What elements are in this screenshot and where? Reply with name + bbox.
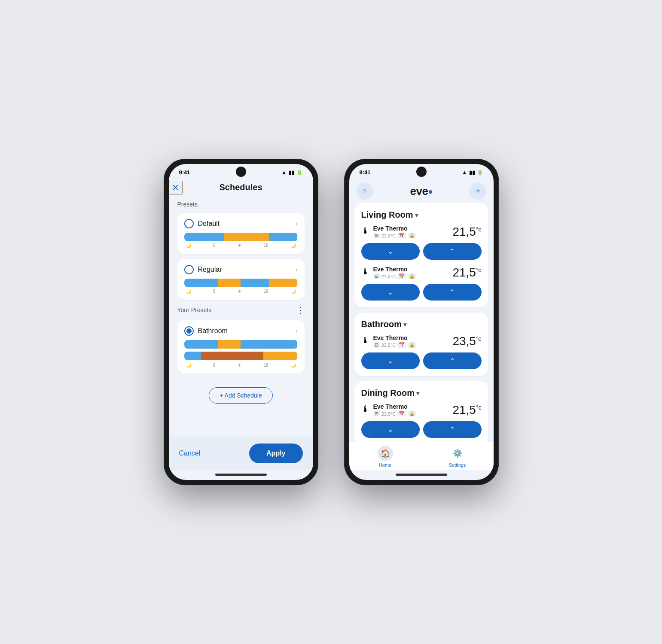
device-temp-4: 21,5°c [452,403,481,417]
temp-set-icon-1: ⊡ [373,233,380,238]
living-room-caret[interactable]: ▾ [415,212,418,219]
bar-default [184,233,298,241]
preset-name-regular: Regular [198,266,222,273]
home-nav-icon: ⌂ [363,187,367,195]
device-sub-3: ⊡ 23,5°C 📅 🔒 [373,342,417,348]
eve-header: ⌂ eve + [349,177,494,203]
time-right: 9:41 [360,169,371,176]
apply-button[interactable]: Apply [249,444,302,463]
preset-name-default: Default [198,220,220,228]
device-name-1: Eve Thermo [373,225,417,232]
signal-icon: ▮▮ [289,170,295,176]
temp-set-icon-2: ⊡ [373,273,380,279]
temp-set-icon-3: ⊡ [373,342,380,348]
bathroom-caret[interactable]: ▾ [403,321,406,328]
radio-default[interactable] [184,219,194,228]
tab-home-icon: 🏠 [381,449,390,458]
eve-content: Living Room ▾ 🌡 Eve Thermo ⊡ 21,0°C 📅 [349,203,494,442]
your-presets-label: Your Presets [177,307,212,313]
schedules-title: Schedules [219,182,262,192]
battery-icon-right: 🔋 [477,170,483,176]
increase-btn-1[interactable]: ⌃ [423,243,482,260]
room-card-living-room: Living Room ▾ 🌡 Eve Thermo ⊡ 21,0°C 📅 [354,203,488,307]
schedule-bar-default [184,233,298,241]
device-row-thermo-2: 🌡 Eve Thermo ⊡ 21,0°C 📅 🔒 21, [361,266,482,279]
wifi-icon: ▲ [281,169,287,176]
tab-settings-icon: ⚙️ [453,449,462,458]
ticks-default: 🌙 6 ☀ 18 🌙 [184,243,298,248]
close-button[interactable]: ✕ [169,181,183,194]
living-room-title: Living Room ▾ [361,210,482,220]
schedules-screen: Presets Default › [169,199,313,437]
schedule-icon-4: 📅 [397,411,406,416]
device-info-2: Eve Thermo ⊡ 21,0°C 📅 🔒 [373,266,417,279]
decrease-btn-2[interactable]: ⌄ [361,284,420,301]
control-btns-2: ⌄ ⌃ [361,284,482,301]
notch-right [416,167,427,177]
bar-reg-4 [269,279,297,287]
lock-icon-3: 🔒 [408,342,416,348]
tab-home[interactable]: 🏠 Home [349,446,421,468]
bathroom-title: Bathroom ▾ [361,319,482,329]
device-name-3: Eve Thermo [373,334,417,341]
control-btns-3: ⌄ ⌃ [361,352,482,369]
radio-regular[interactable] [184,265,194,274]
bar-seg-2 [224,233,269,241]
bar-seg-3 [269,233,297,241]
home-indicator-left [215,474,267,476]
bar-reg-1 [184,279,218,287]
status-bar-left: 9:41 ▲ ▮▮ 🔋 [169,164,313,177]
tab-home-icon-wrap: 🏠 [378,446,393,461]
increase-btn-4[interactable]: ⌃ [423,421,482,438]
schedule-icon-1: 📅 [397,233,406,238]
schedule-icon-2: 📅 [397,273,406,279]
thermo-icon-2: 🌡 [361,267,370,276]
device-info-4: Eve Thermo ⊡ 21,0°C 📅 🔒 [373,403,417,416]
lock-icon-1: 🔒 [408,233,416,238]
left-phone: 9:41 ▲ ▮▮ 🔋 ✕ Schedules Presets [164,159,318,485]
dining-room-caret[interactable]: ▾ [416,390,419,397]
more-button[interactable]: ⋮ [296,305,305,315]
bar-reg-2 [218,279,241,287]
ticks-regular: 🌙 6 ☀ 18 🌙 [184,289,298,294]
your-presets-header: Your Presets ⋮ [177,305,305,315]
bar-regular [184,279,298,287]
schedule-bar-bathroom-2 [184,352,298,360]
bathroom-bars [184,340,298,362]
preset-item-default: Default › 🌙 6 ☀ 18 🌙 [177,213,305,254]
time-left: 9:41 [179,169,190,176]
tab-bar: 🏠 Home ⚙️ Settings [349,442,494,470]
increase-btn-2[interactable]: ⌃ [423,284,482,301]
cancel-button[interactable]: Cancel [179,450,201,457]
signal-icon-right: ▮▮ [469,170,475,176]
thermo-icon-4: 🌡 [361,404,370,414]
status-bar-right: 9:41 ▲ ▮▮ 🔋 [349,164,494,177]
chevron-bathroom[interactable]: › [295,327,297,335]
tab-settings[interactable]: ⚙️ Settings [421,446,494,468]
increase-btn-3[interactable]: ⌃ [423,352,482,369]
schedule-icon-3: 📅 [397,342,406,348]
add-schedule-button[interactable]: + Add Schedule [209,387,272,404]
bar-reg-3 [241,279,269,287]
device-name-2: Eve Thermo [373,266,417,273]
control-btns-4: ⌄ ⌃ [361,421,482,438]
device-temp-3: 23,5°c [452,334,481,348]
device-sub-2: ⊡ 21,0°C 📅 🔒 [373,273,417,279]
radio-bathroom[interactable] [184,326,194,336]
bar-seg-1 [184,233,224,241]
add-button[interactable]: + [469,182,486,200]
temp-set-icon-4: ⊡ [373,411,380,416]
tab-home-label: Home [379,462,391,468]
preset-item-bathroom: Bathroom › [177,320,305,374]
home-nav-button[interactable]: ⌂ [356,182,373,200]
decrease-btn-1[interactable]: ⌄ [361,243,420,260]
preset-row-bathroom: Bathroom › [184,326,298,336]
device-info-1: Eve Thermo ⊡ 21,0°C 📅 🔒 [373,225,417,238]
device-row-thermo-4: 🌡 Eve Thermo ⊡ 21,0°C 📅 🔒 21, [361,403,482,417]
chevron-default[interactable]: › [295,220,297,228]
decrease-btn-4[interactable]: ⌄ [361,421,420,438]
tab-settings-icon-wrap: ⚙️ [450,446,465,461]
decrease-btn-3[interactable]: ⌄ [361,352,420,369]
add-schedule-wrap: + Add Schedule [177,379,305,404]
chevron-regular[interactable]: › [295,266,297,273]
